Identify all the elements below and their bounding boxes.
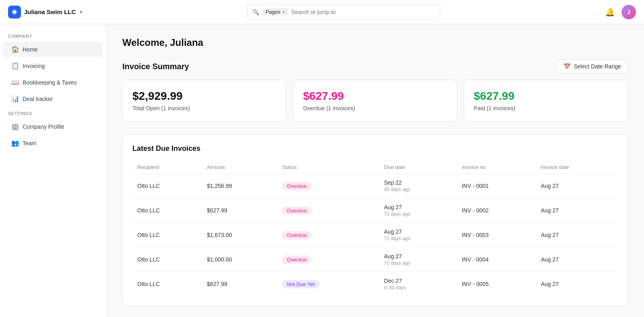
date-range-button[interactable]: 📅 Select Date Range [557, 60, 628, 73]
paid-label: Paid (1 invoices) [474, 105, 618, 111]
logo-icon [8, 6, 21, 19]
cell-amount: $1,000.00 [202, 247, 277, 272]
page-title: Welcome, Juliana [122, 37, 628, 48]
cell-invoice-date: Aug 27 [536, 174, 618, 198]
date-range-label: Select Date Range [574, 63, 621, 70]
sidebar-item-deal-tracker[interactable]: 📊 Deal tracker [3, 91, 103, 106]
sidebar-item-deal-tracker-label: Deal tracker [23, 96, 53, 102]
team-icon: 👥 [11, 139, 19, 147]
latest-due-section: Latest Due Invoices Recipient Amount Sta… [122, 134, 628, 306]
table-row[interactable]: Otto LLC $1,000.00 Overdue Aug 27 71 day… [132, 247, 618, 272]
invoice-summary-header: Invoice Summary 📅 Select Date Range [122, 60, 628, 73]
cell-invoice-date: Aug 27 [536, 247, 618, 272]
chevron-down-icon: ▾ [80, 9, 82, 15]
total-open-amount: $2,929.99 [132, 90, 277, 103]
card-total-open: $2,929.99 Total Open (1 invoices) [122, 80, 287, 121]
company-switcher[interactable]: Juliana Swim LLC ▾ [8, 6, 82, 19]
sidebar-item-invoicing-label: Invoicing [23, 63, 45, 69]
search-area: 🔍 Pages × [89, 4, 599, 20]
cell-due-date: Dec 27 in 50 days [379, 272, 457, 296]
cell-invoice-date: Aug 27 [536, 198, 618, 223]
sidebar-item-company-profile[interactable]: 🏢 Company Profile [3, 119, 103, 134]
cell-amount: $627.99 [202, 272, 277, 296]
search-input[interactable] [291, 9, 435, 15]
cell-amount: $1,256.99 [202, 174, 277, 198]
sidebar-item-team-label: Team [23, 140, 36, 146]
cell-invoice-no: INV - 0003 [457, 223, 536, 247]
sidebar-item-bookkeeping[interactable]: 📖 Bookkeeping & Taxes [3, 75, 103, 90]
col-recipient: Recipient [132, 161, 202, 174]
svg-point-1 [13, 10, 16, 14]
company-profile-icon: 🏢 [11, 123, 19, 130]
cell-recipient: Otto LLC [132, 247, 202, 272]
cell-amount: $1,673.00 [202, 223, 277, 247]
cell-recipient: Otto LLC [132, 223, 202, 247]
table-row[interactable]: Otto LLC $627.99 Overdue Aug 27 71 days … [132, 198, 618, 223]
cell-status: Overdue [277, 247, 379, 272]
cell-invoice-no: INV - 0002 [457, 198, 536, 223]
sidebar-item-company-profile-label: Company Profile [23, 124, 64, 130]
table-row[interactable]: Otto LLC $627.99 Not Due Yet Dec 27 in 5… [132, 272, 618, 296]
cell-due-date: Aug 27 71 days ago [379, 198, 457, 223]
main-content: Welcome, Juliana Invoice Summary 📅 Selec… [106, 24, 644, 317]
col-status: Status [277, 161, 379, 174]
cell-recipient: Otto LLC [132, 198, 202, 223]
cell-invoice-date: Aug 27 [536, 272, 618, 296]
cell-invoice-no: INV - 0005 [457, 272, 536, 296]
search-icon: 🔍 [252, 9, 259, 15]
layout: Company 🏠 Home 📋 Invoicing 📖 Bookkeeping… [0, 24, 644, 317]
cell-invoice-no: INV - 0004 [457, 247, 536, 272]
card-paid: $627.99 Paid (1 invoices) [464, 80, 628, 121]
company-section-label: Company [0, 31, 106, 40]
cell-invoice-date: Aug 27 [536, 223, 618, 247]
avatar[interactable]: J [621, 5, 636, 19]
total-open-label: Total Open (1 invoices) [132, 105, 277, 111]
sidebar-item-team[interactable]: 👥 Team [3, 136, 103, 150]
cell-recipient: Otto LLC [132, 272, 202, 296]
sidebar: Company 🏠 Home 📋 Invoicing 📖 Bookkeeping… [0, 24, 106, 317]
latest-due-title: Latest Due Invoices [132, 144, 618, 153]
col-due-date: Due date [379, 161, 457, 174]
overdue-amount: $627.99 [303, 90, 447, 103]
sidebar-item-home-label: Home [23, 46, 37, 53]
cell-due-date: Sep 22 45 days ago [379, 174, 457, 198]
topbar: Juliana Swim LLC ▾ 🔍 Pages × 🔔 J [0, 0, 644, 24]
sidebar-item-invoicing[interactable]: 📋 Invoicing [3, 58, 103, 73]
cell-status: Overdue [277, 174, 379, 198]
paid-amount: $627.99 [474, 90, 618, 103]
deal-tracker-icon: 📊 [11, 95, 19, 103]
card-overdue: $627.99 Overdue (1 invoices) [293, 80, 457, 121]
topbar-actions: 🔔 J [605, 5, 636, 19]
invoice-summary-title: Invoice Summary [122, 62, 189, 71]
summary-cards: $2,929.99 Total Open (1 invoices) $627.9… [122, 80, 628, 121]
invoices-table: Recipient Amount Status Due date Invoice… [132, 161, 618, 296]
cell-recipient: Otto LLC [132, 174, 202, 198]
table-row[interactable]: Otto LLC $1,256.99 Overdue Sep 22 45 day… [132, 174, 618, 198]
overdue-label: Overdue (1 invoices) [303, 105, 447, 111]
calendar-icon: 📅 [564, 63, 570, 70]
sidebar-item-home[interactable]: 🏠 Home [3, 42, 103, 57]
col-invoice-date: Invoice date [536, 161, 618, 174]
bookkeeping-icon: 📖 [11, 78, 19, 86]
cell-status: Not Due Yet [277, 272, 379, 296]
col-invoice-no: Invoice no [457, 161, 536, 174]
cell-due-date: Aug 27 71 days ago [379, 247, 457, 272]
home-icon: 🏠 [11, 45, 19, 53]
sidebar-item-bookkeeping-label: Bookkeeping & Taxes [23, 79, 76, 86]
table-row[interactable]: Otto LLC $1,673.00 Overdue Aug 27 71 day… [132, 223, 618, 247]
settings-section-label: Settings [0, 108, 106, 117]
close-icon[interactable]: × [282, 9, 285, 15]
cell-status: Overdue [277, 198, 379, 223]
cell-invoice-no: INV - 0001 [457, 174, 536, 198]
company-name: Juliana Swim LLC [24, 8, 76, 15]
invoicing-icon: 📋 [11, 62, 19, 70]
col-amount: Amount [202, 161, 277, 174]
cell-due-date: Aug 27 71 days ago [379, 223, 457, 247]
cell-status: Overdue [277, 223, 379, 247]
search-tag[interactable]: Pages × [262, 8, 288, 16]
search-box[interactable]: 🔍 Pages × [247, 4, 440, 20]
notifications-button[interactable]: 🔔 [605, 7, 615, 17]
cell-amount: $627.99 [202, 198, 277, 223]
